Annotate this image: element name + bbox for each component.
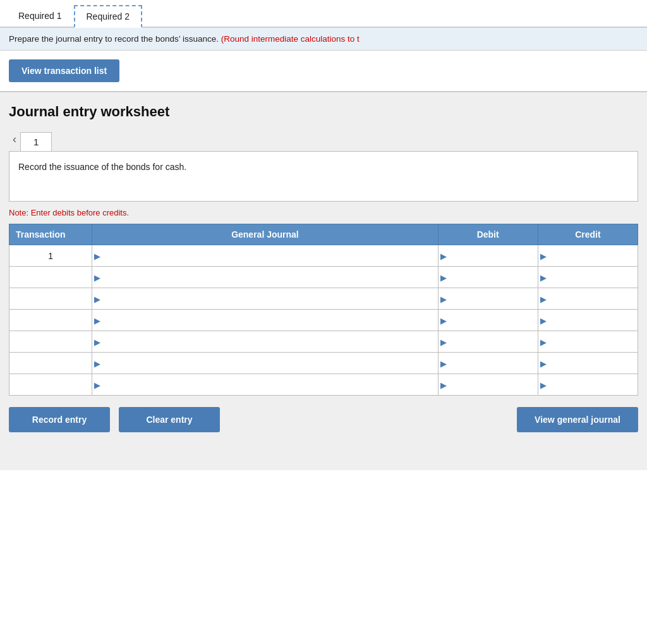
entry-tab-number: 1 bbox=[20, 132, 52, 151]
journal-input[interactable] bbox=[96, 359, 433, 368]
cell-transaction bbox=[9, 288, 92, 310]
debit-input[interactable] bbox=[442, 295, 534, 304]
entry-tab-row: ‹ 1 bbox=[9, 130, 638, 151]
cell-journal[interactable]: ▶ bbox=[92, 331, 438, 353]
cell-journal[interactable]: ▶ bbox=[92, 310, 438, 331]
worksheet-title: Journal entry worksheet bbox=[9, 104, 638, 120]
cell-credit[interactable]: ▶ bbox=[538, 288, 638, 310]
journal-input[interactable] bbox=[96, 380, 433, 390]
cell-journal[interactable]: ▶ bbox=[92, 267, 438, 288]
col-header-credit: Credit bbox=[538, 224, 638, 245]
cell-transaction bbox=[9, 310, 92, 331]
journal-arrow-icon: ▶ bbox=[94, 294, 100, 303]
debit-arrow-icon: ▶ bbox=[440, 272, 447, 282]
cell-debit[interactable]: ▶ bbox=[438, 331, 538, 353]
credit-input[interactable] bbox=[542, 380, 634, 390]
table-row: ▶▶▶ bbox=[9, 310, 638, 331]
cell-debit[interactable]: ▶ bbox=[438, 353, 538, 374]
cell-credit[interactable]: ▶ bbox=[538, 310, 638, 331]
debit-input[interactable] bbox=[442, 380, 534, 390]
table-row: ▶▶▶ bbox=[9, 267, 638, 288]
clear-entry-button[interactable]: Clear entry bbox=[119, 407, 220, 432]
cell-debit[interactable]: ▶ bbox=[438, 245, 538, 267]
journal-arrow-icon: ▶ bbox=[94, 337, 100, 346]
worksheet-section: Journal entry worksheet ‹ 1 Record the i… bbox=[0, 91, 647, 470]
credit-arrow-icon: ▶ bbox=[540, 294, 547, 303]
round-note: (Round intermediate calculations to t bbox=[221, 34, 360, 44]
debit-input[interactable] bbox=[442, 273, 534, 283]
credit-input[interactable] bbox=[542, 252, 634, 261]
cell-transaction bbox=[9, 331, 92, 353]
table-row: ▶▶▶ bbox=[9, 374, 638, 396]
credit-arrow-icon: ▶ bbox=[540, 315, 547, 325]
debit-arrow-icon: ▶ bbox=[440, 315, 447, 325]
journal-input[interactable] bbox=[96, 273, 433, 283]
cell-credit[interactable]: ▶ bbox=[538, 245, 638, 267]
cell-journal[interactable]: ▶ bbox=[92, 245, 438, 267]
credit-arrow-icon: ▶ bbox=[540, 272, 547, 282]
journal-input[interactable] bbox=[96, 252, 433, 261]
col-header-transaction: Transaction bbox=[9, 224, 92, 245]
debit-input[interactable] bbox=[442, 337, 534, 347]
instruction-bar: Prepare the journal entry to record the … bbox=[0, 28, 647, 51]
cell-journal[interactable]: ▶ bbox=[92, 353, 438, 374]
instruction-text: Prepare the journal entry to record the … bbox=[9, 34, 219, 44]
cell-transaction: 1 bbox=[9, 245, 92, 267]
table-row: ▶▶▶ bbox=[9, 288, 638, 310]
table-row: 1▶▶▶ bbox=[9, 245, 638, 267]
cell-debit[interactable]: ▶ bbox=[438, 310, 538, 331]
bottom-buttons: Record entry Clear entry View general jo… bbox=[9, 407, 638, 432]
cell-credit[interactable]: ▶ bbox=[538, 331, 638, 353]
tab-required1[interactable]: Required 1 bbox=[6, 5, 74, 27]
cell-debit[interactable]: ▶ bbox=[438, 374, 538, 396]
cell-debit[interactable]: ▶ bbox=[438, 288, 538, 310]
journal-input[interactable] bbox=[96, 295, 433, 304]
debit-arrow-icon: ▶ bbox=[440, 358, 447, 368]
cell-transaction bbox=[9, 353, 92, 374]
table-row: ▶▶▶ bbox=[9, 331, 638, 353]
debit-input[interactable] bbox=[442, 359, 534, 368]
cell-credit[interactable]: ▶ bbox=[538, 353, 638, 374]
cell-transaction bbox=[9, 374, 92, 396]
journal-arrow-icon: ▶ bbox=[94, 251, 100, 260]
col-header-debit: Debit bbox=[438, 224, 538, 245]
debit-arrow-icon: ▶ bbox=[440, 251, 447, 260]
tabs-bar: Required 1 Required 2 bbox=[0, 0, 647, 28]
view-transaction-button[interactable]: View transaction list bbox=[9, 59, 119, 82]
credit-arrow-icon: ▶ bbox=[540, 251, 547, 260]
journal-input[interactable] bbox=[96, 337, 433, 347]
credit-input[interactable] bbox=[542, 337, 634, 347]
cell-journal[interactable]: ▶ bbox=[92, 288, 438, 310]
credit-input[interactable] bbox=[542, 295, 634, 304]
debit-arrow-icon: ▶ bbox=[440, 294, 447, 303]
debit-input[interactable] bbox=[442, 316, 534, 325]
cell-transaction bbox=[9, 267, 92, 288]
cell-journal[interactable]: ▶ bbox=[92, 374, 438, 396]
credit-input[interactable] bbox=[542, 316, 634, 325]
journal-input[interactable] bbox=[96, 316, 433, 325]
debit-arrow-icon: ▶ bbox=[440, 380, 447, 389]
journal-table: Transaction General Journal Debit Credit… bbox=[9, 224, 638, 396]
credit-arrow-icon: ▶ bbox=[540, 358, 547, 368]
credit-arrow-icon: ▶ bbox=[540, 337, 547, 346]
credit-input[interactable] bbox=[542, 359, 634, 368]
journal-arrow-icon: ▶ bbox=[94, 272, 100, 282]
credit-input[interactable] bbox=[542, 273, 634, 283]
credit-arrow-icon: ▶ bbox=[540, 380, 547, 389]
tab-required2[interactable]: Required 2 bbox=[74, 5, 143, 28]
table-row: ▶▶▶ bbox=[9, 353, 638, 374]
col-header-general-journal: General Journal bbox=[92, 224, 438, 245]
journal-arrow-icon: ▶ bbox=[94, 358, 100, 368]
debit-input[interactable] bbox=[442, 252, 534, 261]
journal-arrow-icon: ▶ bbox=[94, 315, 100, 325]
record-entry-button[interactable]: Record entry bbox=[9, 407, 110, 432]
cell-credit[interactable]: ▶ bbox=[538, 267, 638, 288]
cell-credit[interactable]: ▶ bbox=[538, 374, 638, 396]
view-general-journal-button[interactable]: View general journal bbox=[517, 407, 638, 432]
cell-debit[interactable]: ▶ bbox=[438, 267, 538, 288]
entry-note: Note: Enter debits before credits. bbox=[9, 208, 638, 217]
entry-description: Record the issuance of the bonds for cas… bbox=[9, 151, 638, 202]
journal-arrow-icon: ▶ bbox=[94, 380, 100, 389]
prev-entry-button[interactable]: ‹ bbox=[9, 130, 20, 149]
debit-arrow-icon: ▶ bbox=[440, 337, 447, 346]
